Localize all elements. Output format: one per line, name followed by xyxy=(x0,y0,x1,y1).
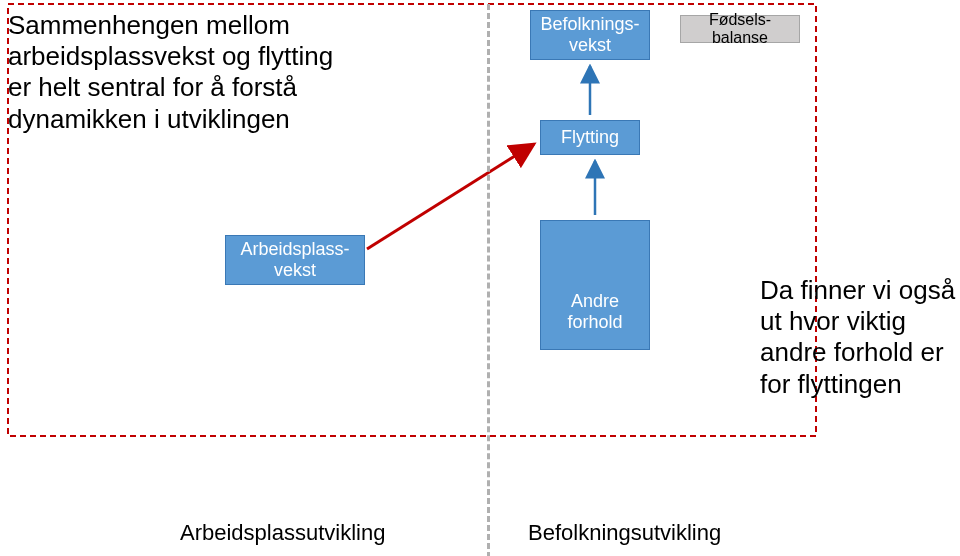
title-right: Da finner vi også ut hvor viktig andre f… xyxy=(760,275,960,400)
box-fodselsbalanse: Fødsels-balanse xyxy=(680,15,800,43)
box-befolkningsvekst: Befolknings- vekst xyxy=(530,10,650,60)
box-andre-forhold: Andre forhold xyxy=(540,220,650,350)
box-flytting-label: Flytting xyxy=(561,127,619,148)
label-arbeidsplassutvikling: Arbeidsplassutvikling xyxy=(180,520,385,546)
box-flytting: Flytting xyxy=(540,120,640,155)
box-fodselsbalanse-label: Fødsels-balanse xyxy=(681,11,799,48)
box-andre-forhold-label: Andre forhold xyxy=(541,291,649,332)
svg-line-3 xyxy=(367,144,534,249)
title-left: Sammenhengen mellom arbeidsplassvekst og… xyxy=(8,10,358,135)
box-arbeidsplassvekst: Arbeidsplass- vekst xyxy=(225,235,365,285)
box-befolkningsvekst-label: Befolknings- vekst xyxy=(540,14,639,55)
box-arbeidsplassvekst-label: Arbeidsplass- vekst xyxy=(240,239,349,280)
vertical-separator xyxy=(487,4,490,556)
label-befolkningsutvikling: Befolkningsutvikling xyxy=(528,520,721,546)
